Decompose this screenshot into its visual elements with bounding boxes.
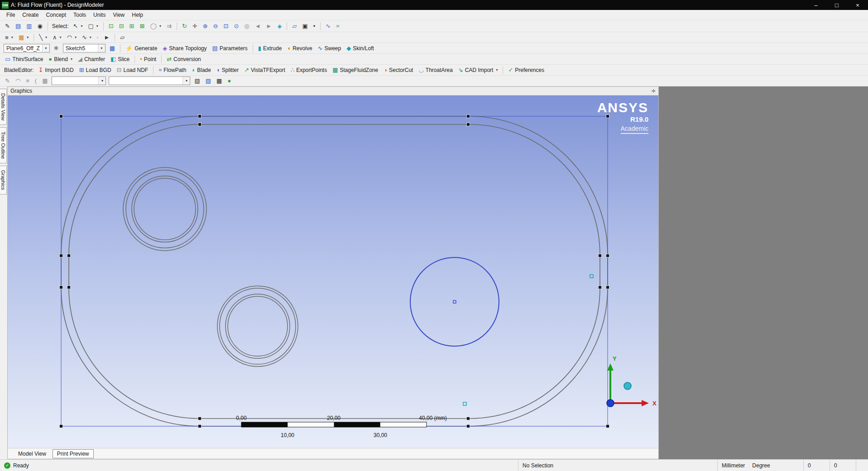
parameters-button[interactable]: ▤Parameters <box>210 44 250 53</box>
edge-joints-button[interactable]: ∿ <box>323 22 333 31</box>
circle-center-point[interactable] <box>453 300 456 303</box>
section-plane-button[interactable]: ▧ <box>192 76 202 86</box>
select-mode-dropdown[interactable]: ↖▾ <box>71 22 85 31</box>
throat-area-button[interactable]: ◡ThroatArea <box>416 66 455 75</box>
pushpin-icon[interactable]: ✛ <box>652 88 656 94</box>
display-plane-button[interactable]: ▣ <box>300 22 310 31</box>
edge-color-dropdown[interactable]: ▦▾ <box>16 33 31 42</box>
stage-fluid-zone-button[interactable]: ▦StageFluidZone <box>330 66 380 75</box>
filter-face-button[interactable]: ⊞ <box>127 22 137 31</box>
tab-model-view[interactable]: Model View <box>14 450 50 458</box>
next-view-button[interactable]: ► <box>264 22 274 31</box>
line-tool-dropdown[interactable]: ╲▾ <box>37 33 49 42</box>
blend-dropdown[interactable]: ●Blend▾ <box>46 55 75 64</box>
zoom-in-button[interactable]: ⊕ <box>201 22 210 31</box>
save-button[interactable]: ▤ <box>13 22 23 31</box>
grid-toggle-button[interactable]: ▦ <box>40 76 50 86</box>
previous-view-button[interactable]: ◄ <box>253 22 263 31</box>
share-topology-button[interactable]: ◈Share Topology <box>160 44 209 53</box>
close-button[interactable]: × <box>847 0 868 10</box>
menu-tools[interactable]: Tools <box>70 10 90 19</box>
extend-selection-button[interactable]: ⇉ <box>164 22 174 31</box>
edge-direction-button[interactable]: ≈ <box>334 22 341 31</box>
adjacency-dropdown[interactable]: ◯▾ <box>148 22 163 31</box>
arc-tool-dropdown[interactable]: ◠▾ <box>65 33 79 42</box>
image-capture-button[interactable]: ◉ <box>35 22 45 31</box>
polyline-tool-dropdown[interactable]: ∧▾ <box>50 33 64 42</box>
annotation-combo-small[interactable]: ▾ <box>52 76 106 85</box>
tab-details-view[interactable]: Details View <box>0 89 7 125</box>
polygon-display-button[interactable]: ▱ <box>118 33 127 42</box>
blade-button[interactable]: ◗Blade <box>189 66 213 75</box>
selection-rectangle[interactable] <box>61 116 608 426</box>
new-plane-button[interactable]: ✱ <box>52 44 61 53</box>
preferences-button[interactable]: ✓Preferences <box>506 66 547 75</box>
sector-cut-button[interactable]: ◑SectorCut <box>381 66 415 75</box>
flowpath-button[interactable]: ≈FlowPath <box>156 66 188 75</box>
filter-body-button[interactable]: ⊠ <box>137 22 147 31</box>
iso-ball[interactable] <box>624 382 631 390</box>
revolve-button[interactable]: ◖Revolve <box>285 44 314 53</box>
list-view-button[interactable]: ≡ <box>24 76 32 86</box>
magnifier-button[interactable]: ◎ <box>242 22 251 31</box>
sketch-point-marker[interactable] <box>463 402 466 405</box>
skin-loft-button[interactable]: ◆Skin/Loft <box>344 44 376 53</box>
generate-button[interactable]: ⚡Generate <box>123 44 159 53</box>
menu-file[interactable]: File <box>3 10 19 19</box>
stadium-outer-edge[interactable] <box>61 116 608 426</box>
z-axis-ball[interactable] <box>607 400 614 407</box>
circle-feature-1[interactable] <box>123 167 206 251</box>
active-sketch-combo[interactable]: Sketch5 ▾ <box>63 44 106 52</box>
extrude-button[interactable]: ▮Extrude <box>256 44 284 53</box>
new-sketch-grid-button[interactable]: ▦ <box>107 44 117 53</box>
point-tool-button[interactable]: ∙ <box>95 33 101 42</box>
selection-handles[interactable] <box>60 115 609 428</box>
import-bgd-button[interactable]: ↧Import BGD <box>36 66 76 75</box>
rotate-button[interactable]: ↻ <box>180 22 189 31</box>
stadium-inner-edge[interactable] <box>69 124 600 419</box>
tab-tree-outline[interactable]: Tree Outline <box>0 127 7 163</box>
chevron-down-icon[interactable]: ▾ <box>42 44 49 52</box>
look-at-button[interactable]: ▱ <box>290 22 299 31</box>
splitter-button[interactable]: ◖Splitter <box>214 66 241 75</box>
selected-circle[interactable] <box>410 257 499 346</box>
display-points-button[interactable]: • <box>311 22 318 31</box>
model-canvas[interactable]: 0,00 20,00 40,00 (mm) 10,00 30,00 Y X <box>8 95 658 448</box>
annotation-combo-wide[interactable]: ▾ <box>109 76 190 85</box>
sketch-canvas[interactable]: 0,00 20,00 40,00 (mm) 10,00 30,00 Y X <box>8 95 658 448</box>
label-tool-button[interactable]: ✎ <box>3 76 12 86</box>
spline-tool-dropdown[interactable]: ∿▾ <box>80 33 94 42</box>
zoom-to-fit-button[interactable]: ⊙ <box>231 22 241 31</box>
orientation-triad[interactable]: Y X <box>607 355 657 407</box>
chamfer-button[interactable]: ◢Chamfer <box>76 55 107 64</box>
export-points-button[interactable]: ∴ExportPoints <box>288 66 329 75</box>
paint-faces-button[interactable]: ▨ <box>203 76 213 86</box>
filter-vertex-button[interactable]: ⊡ <box>106 22 116 31</box>
pan-button[interactable]: ✛ <box>190 22 200 31</box>
selection-filter-dropdown[interactable]: ▢▾ <box>86 22 100 31</box>
chevron-down-icon[interactable]: ▾ <box>182 77 190 85</box>
zoom-out-button[interactable]: ⊖ <box>211 22 221 31</box>
material-sphere-button[interactable]: ● <box>225 76 233 86</box>
sweep-button[interactable]: ∿Sweep <box>316 44 344 53</box>
vista-tf-export-button[interactable]: ↗VistaTFExport <box>242 66 288 75</box>
face-style-dropdown[interactable]: ■▾ <box>3 33 15 42</box>
filter-edge-button[interactable]: ⊟ <box>117 22 126 31</box>
maximize-button[interactable]: □ <box>826 0 847 10</box>
save-all-button[interactable]: ▥ <box>24 22 34 31</box>
cad-import-dropdown[interactable]: ⇘CAD Import▾ <box>456 66 500 75</box>
conversion-button[interactable]: ⇄Conversion <box>164 55 203 64</box>
minimize-button[interactable]: – <box>806 0 826 10</box>
menu-view[interactable]: View <box>109 10 128 19</box>
menu-help[interactable]: Help <box>128 10 147 19</box>
menu-create[interactable]: Create <box>19 10 42 19</box>
tab-print-preview[interactable]: Print Preview <box>53 449 94 458</box>
new-sketch-button[interactable]: ✎ <box>3 22 12 31</box>
thin-surface-button[interactable]: ▭Thin/Surface <box>3 55 45 64</box>
chevron-down-icon[interactable]: ▾ <box>98 44 105 52</box>
circle-feature-2[interactable] <box>217 286 298 366</box>
menu-units[interactable]: Units <box>90 10 109 19</box>
slice-button[interactable]: ◧Slice <box>108 55 132 64</box>
active-plane-combo[interactable]: Plane6_Off_Z ▾ <box>4 44 50 52</box>
frozen-body-button[interactable]: ▩ <box>214 76 224 86</box>
